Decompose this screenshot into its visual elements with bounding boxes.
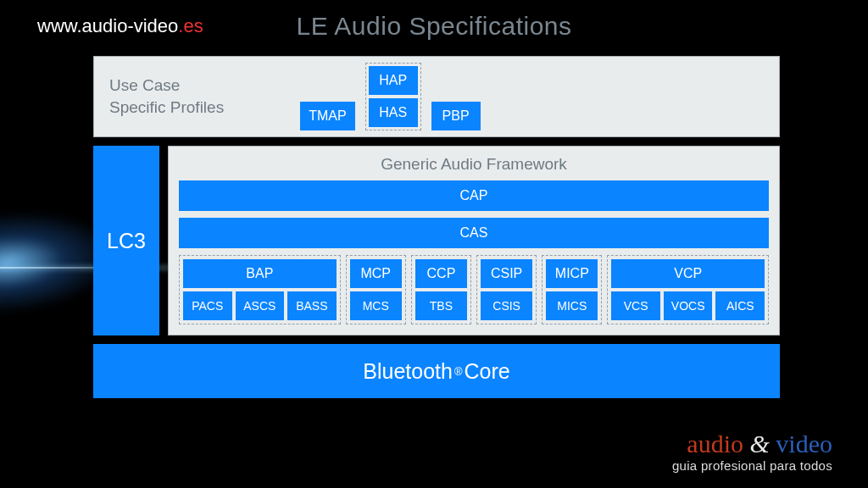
use-case-label-line1: Use Case: [109, 75, 224, 97]
service-tbs: TBS: [415, 291, 467, 320]
url-suffix: .es: [178, 15, 203, 36]
group-ccp: CCP TBS: [411, 255, 471, 324]
profile-bap: BAP: [183, 259, 337, 288]
profile-hap: HAP: [369, 66, 418, 95]
service-mcs: MCS: [350, 291, 402, 320]
brand-ampersand: &: [743, 430, 776, 458]
url-prefix: www.: [37, 15, 82, 36]
brand-tagline: guia profesional para todos: [672, 458, 832, 473]
profile-micp: MICP: [546, 259, 598, 288]
service-csis: CSIS: [481, 291, 532, 320]
middle-row: LC3 Generic Audio Framework CAP CAS BAP …: [93, 146, 780, 336]
group-mcp: MCP MCS: [346, 255, 406, 324]
profile-vcp: VCP: [611, 259, 765, 288]
url-mid: audio-video: [82, 15, 179, 36]
use-case-label: Use Case Specific Profiles: [109, 75, 224, 118]
diagram-container: Use Case Specific Profiles TMAP HAP HAS …: [93, 56, 780, 398]
service-aics: AICS: [715, 291, 765, 320]
use-case-panel: Use Case Specific Profiles TMAP HAP HAS …: [93, 56, 780, 137]
brand-video: video: [776, 430, 832, 458]
profile-cap: CAP: [179, 180, 769, 211]
bluetooth-core: Bluetooth® Core: [93, 344, 780, 398]
core-suffix: Core: [465, 359, 510, 384]
group-micp: MICP MICS: [542, 255, 602, 324]
service-ascs: ASCS: [236, 291, 285, 320]
group-bap: BAP PACS ASCS BASS: [179, 255, 341, 324]
profile-groups: BAP PACS ASCS BASS MCP MCS CCP TBS CSI: [179, 255, 769, 324]
profile-pbp: PBP: [431, 102, 481, 130]
gaf-title: Generic Audio Framework: [179, 155, 769, 174]
profile-cas: CAS: [179, 218, 769, 248]
generic-audio-framework: Generic Audio Framework CAP CAS BAP PACS…: [168, 146, 780, 336]
codec-lc3: LC3: [93, 146, 159, 336]
use-case-profiles: TMAP HAP HAS PBP: [300, 63, 480, 130]
core-prefix: Bluetooth: [363, 359, 453, 384]
profile-mcp: MCP: [350, 259, 402, 288]
profile-tmap: TMAP: [300, 102, 354, 130]
service-pacs: PACS: [183, 291, 232, 320]
service-vocs: VOCS: [664, 291, 713, 320]
service-bass: BASS: [287, 291, 337, 320]
group-csip: CSIP CSIS: [476, 255, 537, 324]
profile-csip: CSIP: [481, 259, 532, 288]
group-vcp: VCP VCS VOCS AICS: [607, 255, 769, 324]
brand-audio: audio: [687, 430, 743, 458]
profile-hap-group: HAP HAS: [365, 63, 421, 130]
watermark-url: www.audio-video.es: [37, 15, 203, 37]
brand-title: audio & video: [672, 431, 832, 457]
profile-ccp: CCP: [415, 259, 467, 288]
brand-logo: audio & video guia profesional para todo…: [672, 431, 832, 473]
profile-has: HAS: [369, 98, 418, 127]
use-case-label-line2: Specific Profiles: [109, 97, 224, 119]
service-mics: MICS: [546, 291, 598, 320]
registered-icon: ®: [454, 365, 463, 378]
service-vcs: VCS: [611, 291, 660, 320]
